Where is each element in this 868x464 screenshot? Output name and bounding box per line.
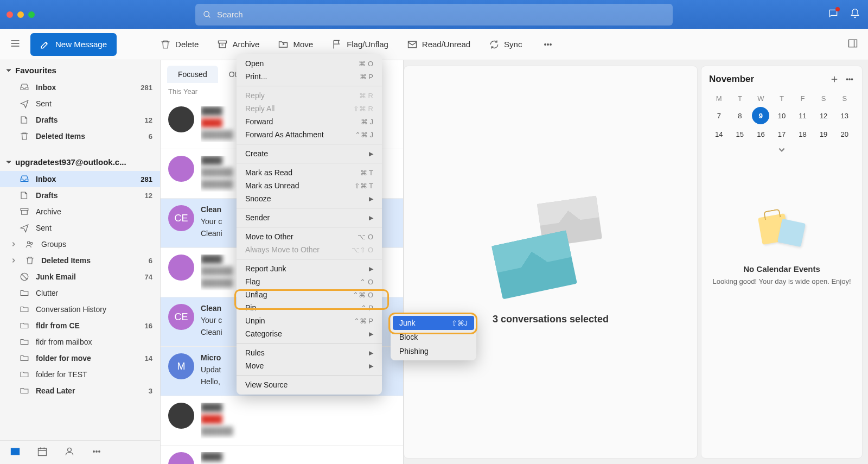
chevron-right-icon: ▶ xyxy=(369,195,373,202)
read-unread-button[interactable]: Read/Unread xyxy=(399,35,478,54)
ctx-unpin[interactable]: Unpin⌃⌘ P xyxy=(237,314,382,327)
folder-archive-acct[interactable]: Archive xyxy=(0,204,160,220)
calendar-day[interactable]: 15 xyxy=(731,125,749,143)
calendar-day[interactable]: 14 xyxy=(710,125,727,143)
folder-sent[interactable]: Sent xyxy=(0,96,160,112)
calendar-day-today[interactable]: 9 xyxy=(752,107,769,124)
folder-conv-history[interactable]: Conversation History xyxy=(0,301,160,317)
sync-button[interactable]: Sync xyxy=(481,35,529,54)
folder-fldr-ce[interactable]: fldr from CE 16 xyxy=(0,317,160,334)
people-icon xyxy=(25,239,35,249)
folder-move-folder[interactable]: folder for move 14 xyxy=(0,350,160,366)
mail-module[interactable] xyxy=(10,446,21,459)
chevron-right-icon: ▶ xyxy=(369,214,373,221)
search-input[interactable]: Search xyxy=(195,4,673,26)
calendar-day[interactable]: 10 xyxy=(773,107,790,124)
folder-sent-acct[interactable]: Sent xyxy=(0,220,160,236)
ctx-rules[interactable]: Rules▶ xyxy=(237,346,382,359)
close-window-button[interactable] xyxy=(7,11,13,18)
alerts-button[interactable] xyxy=(850,8,860,21)
svg-rect-19 xyxy=(39,448,47,455)
new-message-label: New Message xyxy=(55,40,107,49)
ctx-categorise[interactable]: Categorise▶ xyxy=(237,327,382,340)
ctx-mark-read[interactable]: Mark as Read⌘ T xyxy=(237,166,382,179)
tab-focused[interactable]: Focused xyxy=(167,66,218,83)
archive-icon xyxy=(217,39,228,50)
sub-junk[interactable]: Junk⇧⌘J xyxy=(393,316,474,330)
ctx-always-move: Always Move to Other⌥⇧ O xyxy=(237,243,382,256)
ctx-mark-unread[interactable]: Mark as Unread⇧⌘ T xyxy=(237,179,382,192)
minimize-window-button[interactable] xyxy=(17,11,24,18)
ctx-sender[interactable]: Sender▶ xyxy=(237,211,382,224)
calendar-day[interactable]: 7 xyxy=(710,107,727,124)
maximize-window-button[interactable] xyxy=(28,11,35,18)
delete-button[interactable]: Delete xyxy=(152,35,206,54)
calendar-module[interactable] xyxy=(37,446,48,459)
compose-icon xyxy=(40,40,50,49)
send-icon xyxy=(20,99,29,109)
ctx-reply: Reply⌘ R xyxy=(237,89,382,102)
calendar-day[interactable]: 19 xyxy=(815,125,832,143)
more-button[interactable] xyxy=(535,35,561,54)
ctx-pin[interactable]: Pin⌃ P xyxy=(237,301,382,314)
folder-drafts-acct[interactable]: Drafts 12 xyxy=(0,187,160,204)
folder-junk[interactable]: Junk Email 74 xyxy=(0,269,160,285)
panel-toggle[interactable] xyxy=(843,34,863,55)
folder-deleted-acct[interactable]: Deleted Items 6 xyxy=(0,252,160,269)
ctx-forward[interactable]: Forward⌘ J xyxy=(237,115,382,128)
ctx-print[interactable]: Print...⌘ P xyxy=(237,70,382,83)
ctx-snooze[interactable]: Snooze▶ xyxy=(237,192,382,205)
calendar-day[interactable]: 18 xyxy=(794,125,812,143)
ctx-report-junk[interactable]: Report Junk▶ xyxy=(237,262,382,275)
flag-button[interactable]: Flag/Unflag xyxy=(324,35,396,54)
ctx-move[interactable]: Move▶ xyxy=(237,359,382,372)
notifications-button[interactable] xyxy=(828,8,839,21)
folder-inbox[interactable]: Inbox 281 xyxy=(0,79,160,96)
folder-drafts[interactable]: Drafts 12 xyxy=(0,112,160,128)
sub-block[interactable]: Block xyxy=(393,330,474,344)
folder-read-later[interactable]: Read Later 3 xyxy=(0,383,160,399)
new-message-button[interactable]: New Message xyxy=(30,33,117,56)
people-module[interactable] xyxy=(64,446,75,459)
ctx-move-other[interactable]: Move to Other⌥ O xyxy=(237,230,382,243)
flag-icon xyxy=(331,39,342,50)
calendar-day[interactable]: 8 xyxy=(731,107,749,124)
mail-icon xyxy=(10,446,21,457)
ctx-unflag[interactable]: Unflag⌃⌘ O xyxy=(237,288,382,301)
ctx-view-source[interactable]: View Source xyxy=(237,378,382,391)
sidebar-toggle[interactable] xyxy=(5,34,25,55)
message-item[interactable]: ██████████████ xyxy=(161,396,403,446)
svg-point-0 xyxy=(204,11,209,16)
archive-button[interactable]: Archive xyxy=(209,35,267,54)
sub-phishing[interactable]: Phishing xyxy=(393,344,474,358)
account-section[interactable]: upgradetest937@outlook.c... xyxy=(0,152,160,171)
calendar-expand[interactable] xyxy=(709,146,854,156)
svg-rect-5 xyxy=(219,41,227,43)
chevron-right-icon xyxy=(11,241,16,247)
folder-deleted[interactable]: Deleted Items 6 xyxy=(0,128,160,144)
folder-groups[interactable]: Groups xyxy=(0,236,160,252)
move-button[interactable]: Move xyxy=(270,35,321,54)
calendar-day[interactable]: 17 xyxy=(773,125,790,143)
message-item[interactable]: ████ xyxy=(161,446,403,464)
favourites-section[interactable]: Favourites xyxy=(0,60,160,79)
ctx-open[interactable]: Open⌘ O xyxy=(237,57,382,70)
ctx-reply-all: Reply All⇧⌘ R xyxy=(237,102,382,115)
calendar-day[interactable]: 16 xyxy=(752,125,769,143)
folder-inbox-acct[interactable]: Inbox 281 xyxy=(0,171,160,187)
svg-line-1 xyxy=(208,16,210,17)
more-module[interactable] xyxy=(91,446,102,459)
ctx-forward-att[interactable]: Forward As Attachment⌃⌘ J xyxy=(237,128,382,141)
calendar-day[interactable]: 11 xyxy=(794,107,812,124)
ctx-flag[interactable]: Flag⌃ O xyxy=(237,275,382,288)
calendar-day[interactable]: 20 xyxy=(836,125,853,143)
calendar-day[interactable]: 13 xyxy=(836,107,853,124)
ctx-create[interactable]: Create▶ xyxy=(237,147,382,160)
folder-test[interactable]: folder for TEST xyxy=(0,366,160,383)
folder-clutter[interactable]: Clutter xyxy=(0,285,160,301)
folder-fldr-mailbox[interactable]: fldr from mailbox xyxy=(0,334,160,350)
calendar-more-button[interactable] xyxy=(845,74,854,84)
add-event-button[interactable] xyxy=(829,74,839,84)
toolbar: New Message Delete Archive Move Flag/Unf… xyxy=(0,29,868,60)
calendar-day[interactable]: 12 xyxy=(815,107,832,124)
